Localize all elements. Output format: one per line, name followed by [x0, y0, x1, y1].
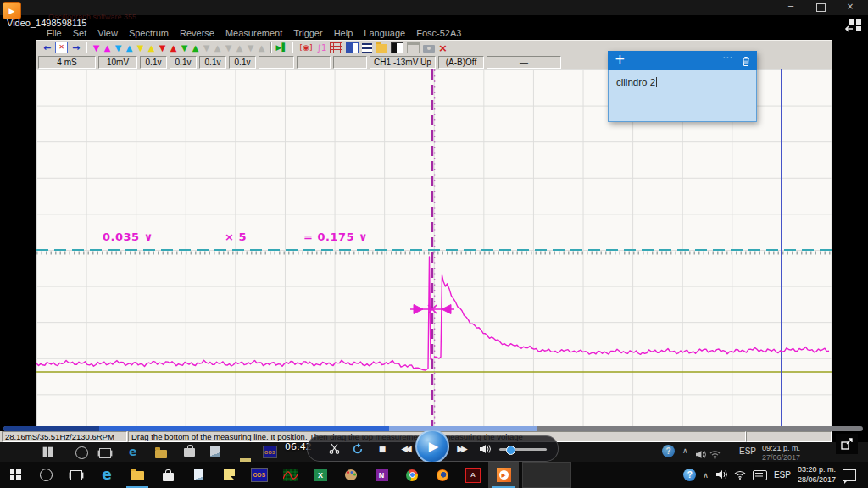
shift-down-green-icon[interactable]: ▼	[179, 43, 190, 53]
menu-item-measurement[interactable]: Measurement	[225, 28, 282, 40]
setting-box-3[interactable]: 0.1v	[170, 56, 197, 69]
store-icon[interactable]	[153, 462, 183, 488]
shift-down-gray-3-icon[interactable]: ▼	[245, 43, 256, 53]
snapshot-icon[interactable]	[423, 45, 435, 53]
shift-up-magenta-icon[interactable]: ▲	[102, 43, 113, 53]
task-view-button[interactable]	[61, 462, 92, 488]
shift-up-cyan-icon[interactable]: ▲	[124, 43, 135, 53]
rewind-icon[interactable]: ◀◀	[394, 436, 416, 461]
shift-down-gray-1-icon[interactable]: ▼	[201, 43, 212, 53]
chrome-icon[interactable]	[397, 462, 427, 488]
sticky-notes-icon[interactable]	[214, 462, 244, 488]
setting-box-4[interactable]: 0.1v	[199, 56, 226, 69]
media-player-icon[interactable]: ▶	[488, 462, 519, 488]
screen: ─ × ▶ Video_1498598115 Oscillograph soft…	[0, 0, 868, 488]
delete-note-icon[interactable]	[742, 55, 750, 70]
shift-up-yellow-icon[interactable]: ▲	[146, 43, 157, 53]
firefox-icon[interactable]	[427, 462, 458, 488]
rotate-icon[interactable]	[350, 436, 365, 461]
shift-down-cyan-icon[interactable]: ▼	[113, 43, 124, 53]
volume-slider[interactable]	[499, 448, 547, 451]
setting-box-11[interactable]: —	[487, 56, 561, 69]
menu-item-help[interactable]: Help	[334, 28, 353, 40]
cortana-button[interactable]	[31, 462, 61, 488]
menu-item-trigger[interactable]: Trigger	[293, 28, 322, 40]
note-menu-icon[interactable]: ⋯	[722, 52, 733, 64]
menu-item-reverse[interactable]: Reverse	[180, 28, 214, 40]
stop-icon[interactable]: ■	[376, 436, 389, 461]
edge-icon[interactable]: e	[92, 462, 122, 488]
speaker-icon[interactable]	[477, 436, 492, 461]
setting-box-5[interactable]: 0.1v	[229, 56, 256, 69]
notepad-icon[interactable]	[183, 462, 214, 488]
tray-keyboard-icon[interactable]	[753, 470, 767, 480]
shift-down-yellow-icon[interactable]: ▼	[135, 43, 146, 53]
invert-colors-icon[interactable]	[391, 42, 403, 53]
close-trace-icon[interactable]: ×	[437, 42, 449, 54]
setting-box-7[interactable]	[297, 56, 331, 69]
shift-down-gray-2-icon[interactable]: ▼	[223, 43, 234, 53]
menu-item-spectrum[interactable]: Spectrum	[129, 28, 169, 40]
playlist-icon[interactable]	[844, 19, 865, 36]
shift-up-gray-3-icon[interactable]: ▲	[256, 43, 267, 53]
tray-speaker-icon[interactable]	[715, 468, 727, 483]
excel-icon[interactable]: X	[305, 462, 336, 488]
rec-language-indicator: ESP	[739, 446, 756, 456]
setting-box-9[interactable]: CH1 -13mV Up	[370, 56, 436, 69]
prev-arrow-icon[interactable]: ←	[41, 42, 53, 54]
menu-item-set[interactable]: Set	[73, 28, 87, 40]
integral-icon[interactable]: ∫1	[315, 42, 328, 54]
shift-down-red-icon[interactable]: ▼	[157, 43, 168, 53]
next-arrow-icon[interactable]: →	[70, 42, 82, 54]
marker-box-icon[interactable]: ✕	[55, 42, 68, 53]
sticky-note-header[interactable]: + ⋯	[608, 51, 757, 70]
popout-icon[interactable]	[836, 434, 858, 454]
scope-display: 0.035 ∨ × 5 = 0.175 ∨	[36, 69, 832, 426]
menu-item-fosc-52a3[interactable]: Fosc-52A3	[416, 28, 461, 40]
divider	[270, 42, 272, 53]
ods-app-icon[interactable]: ODS	[244, 462, 275, 488]
open-window-tile[interactable]	[522, 462, 571, 488]
start-button[interactable]	[0, 462, 31, 488]
tray-chevron-icon[interactable]: ∧	[703, 471, 709, 480]
grid-toggle-icon[interactable]	[330, 42, 342, 53]
setting-box-10[interactable]: (A-B)Off	[438, 56, 484, 69]
taskbar-clock[interactable]: 03:20 p. m. 28/06/2017	[798, 465, 836, 485]
paint-icon[interactable]	[336, 462, 366, 488]
menu-item-view[interactable]: View	[97, 28, 118, 40]
note-text-area[interactable]: cilindro 2	[608, 70, 757, 122]
shift-up-gray-2-icon[interactable]: ▲	[234, 43, 245, 53]
open-folder-icon[interactable]	[376, 44, 387, 53]
new-note-icon[interactable]: +	[615, 52, 626, 67]
file-explorer-icon[interactable]	[122, 462, 153, 488]
setting-box-8[interactable]	[333, 56, 367, 69]
tray-wifi-icon[interactable]	[734, 468, 746, 483]
menu-item-language[interactable]: Language	[364, 28, 405, 40]
record-icon[interactable]: [◉]	[297, 42, 315, 54]
menu-item-file[interactable]: File	[47, 28, 62, 40]
close-button[interactable]: ×	[839, 0, 861, 14]
setting-box-0[interactable]: 4 mS	[38, 56, 96, 69]
save-icon[interactable]	[362, 43, 372, 53]
setting-box-6[interactable]	[259, 56, 294, 69]
tray-question-icon[interactable]: ?	[683, 469, 696, 481]
split-view-icon[interactable]	[346, 42, 359, 53]
forward-icon[interactable]: ▶▶	[450, 436, 472, 461]
setting-box-1[interactable]: 10mV	[98, 56, 137, 69]
acrobat-icon[interactable]: A	[458, 462, 488, 488]
play-button[interactable]: ▶	[415, 430, 449, 463]
scissors-icon[interactable]	[326, 436, 342, 461]
minimize-button[interactable]: ─	[780, 0, 802, 14]
language-indicator[interactable]: ESP	[774, 470, 791, 480]
oscilloscope-app-icon[interactable]	[275, 462, 305, 488]
action-center-icon[interactable]	[843, 469, 856, 481]
shift-down-magenta-icon[interactable]: ▼	[91, 43, 102, 53]
maximize-button[interactable]	[816, 3, 826, 12]
shift-up-gray-1-icon[interactable]: ▲	[212, 43, 223, 53]
shift-up-red-icon[interactable]: ▲	[168, 43, 179, 53]
play-pause-icon[interactable]: ▶▌	[275, 42, 288, 54]
shift-up-green-icon[interactable]: ▲	[190, 43, 201, 53]
onenote-icon[interactable]: N	[366, 462, 397, 488]
setting-box-2[interactable]: 0.1v	[140, 56, 167, 69]
volume-knob[interactable]	[506, 446, 515, 455]
